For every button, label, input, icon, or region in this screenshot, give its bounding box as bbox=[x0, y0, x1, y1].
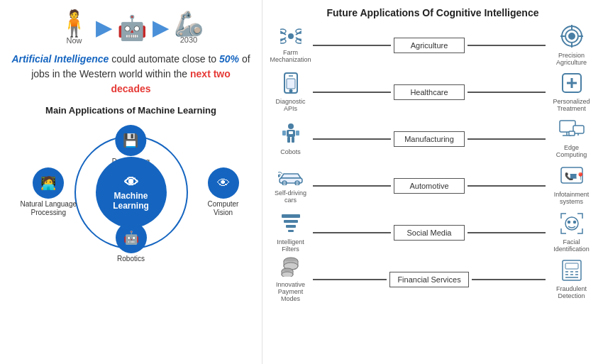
app-center-financial: Financial Services bbox=[389, 272, 468, 287]
svg-rect-46 bbox=[286, 225, 296, 228]
ml-diagram: 👁 MachineLearning 💾 Data Mining 👁 Comput… bbox=[18, 121, 245, 263]
selfdriving-label: Self-driving cars bbox=[271, 189, 310, 204]
app-center-agriculture: Agriculture bbox=[394, 38, 465, 53]
payment-label: Innovative Payment Modes bbox=[271, 281, 310, 302]
evo-now: 🧍 Now bbox=[58, 11, 90, 45]
app-left-farm: Farm Mechanization bbox=[271, 28, 310, 63]
car-icon bbox=[278, 168, 304, 188]
evo-mid: 🤖 bbox=[117, 16, 147, 40]
app-right-edge: Edge Computing bbox=[548, 120, 594, 158]
app-row-agriculture: Farm Mechanization Agriculture bbox=[271, 24, 594, 67]
left-panel: 🧍 Now ▶ 🤖 ▶ 🦾 2030 Artificial Intelligen… bbox=[0, 0, 262, 364]
phone-icon bbox=[283, 72, 299, 96]
line-left-0 bbox=[313, 45, 391, 46]
app-row-healthcare: Diagnostic APIs Healthcare Personalized … bbox=[271, 71, 594, 114]
evolution-row: 🧍 Now ▶ 🤖 ▶ 🦾 2030 bbox=[11, 11, 251, 45]
line-right-3 bbox=[468, 185, 546, 187]
app-row-automotive: Self-driving cars Automotive 📞 ✉ 📍 Infot… bbox=[271, 165, 594, 207]
app-left-cobots: Cobots bbox=[271, 123, 310, 155]
svg-rect-47 bbox=[288, 230, 294, 232]
app-right-fraud: Fraudulent Detection bbox=[548, 260, 594, 299]
ml-section: Main Applications of Machine Learning 👁 … bbox=[11, 105, 251, 357]
cobot-icon bbox=[281, 123, 301, 147]
svg-point-11 bbox=[569, 33, 575, 39]
filters-label: Intelligent Filters bbox=[271, 238, 310, 253]
target-icon bbox=[560, 25, 583, 50]
sat-robotics: 🤖 Robotics bbox=[116, 222, 147, 263]
robot-mid-icon: 🤖 bbox=[117, 16, 147, 40]
headline-50: 50% bbox=[219, 53, 239, 65]
app-right-personalized: Personalized Treatment bbox=[548, 72, 594, 112]
line-left-2 bbox=[313, 138, 391, 140]
cobots-label: Cobots bbox=[280, 148, 301, 155]
svg-point-0 bbox=[288, 33, 294, 39]
evo-2030-label: 2030 bbox=[180, 35, 197, 44]
human-icon: 🧍 bbox=[58, 11, 90, 36]
svg-point-19 bbox=[289, 90, 292, 92]
computer-vision-icon: 👁 bbox=[208, 167, 239, 199]
infotainment-icon: 📞 ✉ 📍 bbox=[560, 167, 583, 189]
filter-icon bbox=[280, 213, 302, 237]
sat-computer-vision: 👁 ComputerVision bbox=[208, 167, 239, 217]
svg-point-39 bbox=[278, 175, 280, 177]
facial-label: Facial Identification bbox=[548, 238, 594, 253]
drone-icon bbox=[280, 28, 302, 48]
svg-rect-27 bbox=[287, 137, 290, 143]
line-left-4 bbox=[313, 232, 391, 233]
svg-text:📍: 📍 bbox=[576, 172, 583, 181]
svg-point-49 bbox=[568, 221, 570, 224]
app-right-precision: Precision Agriculture bbox=[548, 25, 594, 66]
app-center-social: Social Media bbox=[394, 225, 465, 241]
svg-point-23 bbox=[288, 123, 294, 129]
svg-rect-18 bbox=[287, 79, 295, 89]
svg-rect-26 bbox=[296, 131, 299, 136]
computer-vision-label: ComputerVision bbox=[208, 200, 239, 217]
line-right-2 bbox=[468, 138, 546, 140]
app-left-payment: Innovative Payment Modes bbox=[271, 257, 310, 302]
svg-rect-25 bbox=[282, 131, 286, 136]
sat-nlp: 🧑‍💻 Natural LanguageProcessing bbox=[21, 167, 77, 217]
fraud-label: Fraudulent Detection bbox=[548, 285, 594, 299]
edge-computing-icon bbox=[559, 120, 585, 143]
app-row-financial: Innovative Payment Modes Financial Servi… bbox=[271, 258, 594, 301]
headline-text1: could automate close to bbox=[111, 53, 219, 65]
app-row-manufacturing: Cobots Manufacturing Edge Computing bbox=[271, 118, 594, 160]
robotics-label: Robotics bbox=[117, 255, 145, 263]
app-center-manufacturing: Manufacturing bbox=[394, 131, 465, 147]
svg-point-54 bbox=[282, 272, 293, 277]
register-icon bbox=[560, 260, 583, 284]
app-center-automotive: Automotive bbox=[394, 178, 465, 194]
nlp-icon: 🧑‍💻 bbox=[33, 167, 64, 199]
app-left-filters: Intelligent Filters bbox=[271, 213, 310, 253]
app-row-social: Intelligent Filters Social Media bbox=[271, 211, 594, 254]
ml-title: Main Applications of Machine Learning bbox=[11, 105, 251, 116]
farm-label: Farm Mechanization bbox=[270, 49, 311, 63]
right-title: Future Applications Of Cognitive Intelli… bbox=[271, 7, 594, 18]
headline: Artificial Intelligence could automate c… bbox=[11, 52, 251, 96]
svg-text:✉: ✉ bbox=[570, 172, 576, 180]
line-left-1 bbox=[313, 92, 391, 93]
right-panel: Future Applications Of Cognitive Intelli… bbox=[262, 0, 603, 364]
line-right-0 bbox=[468, 45, 546, 46]
app-right-infotainment: 📞 ✉ 📍 Infotainment systems bbox=[548, 167, 594, 205]
edge-computing-label: Edge Computing bbox=[548, 144, 594, 158]
robot-adv-icon: 🦾 bbox=[174, 11, 204, 35]
coins-icon bbox=[280, 257, 302, 280]
headline-ai: Artificial Intelligence bbox=[11, 53, 109, 65]
arrow-1: ▶ bbox=[96, 16, 111, 40]
ml-center-label: MachineLearning bbox=[113, 191, 149, 211]
evo-now-label: Now bbox=[66, 36, 82, 45]
svg-rect-44 bbox=[282, 214, 300, 218]
line-left-5 bbox=[313, 279, 387, 280]
line-right-5 bbox=[472, 279, 546, 280]
line-right-1 bbox=[468, 92, 546, 93]
evo-2030: 🦾 2030 bbox=[174, 11, 204, 44]
svg-rect-45 bbox=[284, 220, 298, 223]
svg-rect-35 bbox=[569, 131, 575, 136]
svg-rect-29 bbox=[289, 131, 293, 134]
ml-center-node: 👁 MachineLearning bbox=[96, 157, 167, 228]
data-mining-icon: 💾 bbox=[115, 125, 146, 156]
line-left-3 bbox=[313, 185, 391, 187]
app-center-healthcare: Healthcare bbox=[394, 84, 465, 100]
eye-center-icon: 👁 bbox=[124, 175, 138, 191]
